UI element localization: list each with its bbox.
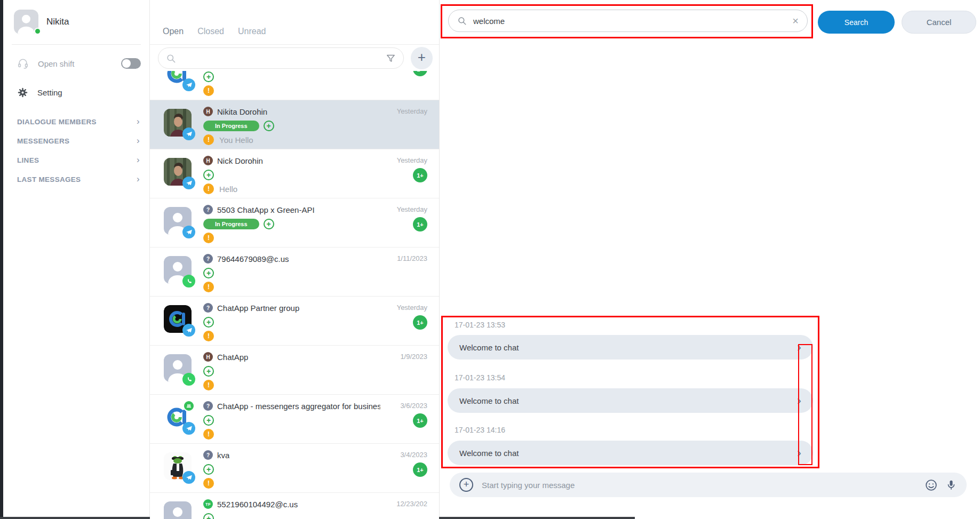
sidebar-item-lines[interactable]: LINES ›: [3, 150, 149, 170]
unread-badge: 1+: [413, 315, 427, 330]
chat-item-meta: 3/6/2023 1+: [380, 400, 427, 443]
chat-avatar: [164, 354, 192, 382]
telegram-badge-icon: [182, 422, 195, 435]
chat-list-item[interactable]: H Nick Dorohin + ! Hello Yesterday 1+: [150, 149, 439, 198]
chat-list-item[interactable]: ? 79644679089@c.us + ! 1/11/2023: [150, 247, 439, 297]
assign-plus-icon[interactable]: +: [203, 415, 214, 426]
assign-plus-icon[interactable]: +: [203, 317, 214, 328]
chat-list-item[interactable]: ? 5503 ChatApp x Green-API In Progress +…: [150, 198, 439, 247]
composer-placeholder: Start typing your message: [482, 481, 575, 490]
chat-avatar: [164, 256, 192, 284]
result-timestamp: 17-01-23 14:16: [455, 426, 505, 434]
clear-search-icon[interactable]: ×: [792, 15, 799, 26]
chat-item-body: TF 5521960104492@c.us +: [203, 498, 380, 519]
chat-name: 5503 ChatApp x Green-API: [217, 205, 315, 214]
warning-icon: !: [203, 233, 214, 243]
tab-closed[interactable]: Closed: [197, 27, 224, 36]
message-search-input[interactable]: welcome ×: [448, 10, 808, 32]
online-status-dot: [34, 28, 41, 35]
sidebar-item-last-messages[interactable]: LAST MESSAGES ›: [3, 170, 149, 189]
assign-plus-icon[interactable]: +: [203, 170, 214, 180]
chat-avatar: [164, 403, 192, 431]
unread-badge: 1+: [413, 217, 427, 231]
microphone-icon[interactable]: [945, 479, 957, 491]
chat-list-item[interactable]: ? ChatApp - messengers aggregator for bu…: [150, 395, 439, 444]
attach-plus-icon[interactable]: +: [459, 478, 473, 492]
chat-name: Nikita Dorohin: [217, 107, 267, 116]
channel-letter-badge: ?: [203, 205, 213, 214]
chat-list-item[interactable]: TF 5521960104492@c.us + 12/23/202: [150, 493, 439, 519]
warning-icon: !: [203, 429, 214, 440]
chat-date: 1/11/2023: [380, 254, 427, 262]
emoji-icon[interactable]: [925, 478, 938, 492]
chevron-right-icon: ›: [137, 155, 140, 165]
tab-open[interactable]: Open: [163, 27, 184, 36]
filter-icon[interactable]: [386, 53, 396, 63]
sidebar-menu-item-label: MESSENGERS: [17, 137, 69, 145]
setting-row[interactable]: Setting: [3, 87, 149, 98]
chevron-right-icon: ›: [137, 116, 140, 127]
chat-name: kva: [217, 451, 229, 460]
chat-item-body: ? kva + !: [203, 449, 380, 492]
result-timestamp: 17-01-23 13:54: [455, 373, 505, 382]
chat-search-input[interactable]: [158, 47, 404, 69]
open-result-chevron-icon[interactable]: ›: [797, 394, 801, 407]
placeholder-avatar: [164, 501, 192, 519]
chevron-right-icon: ›: [137, 135, 140, 146]
chat-tabs: OpenClosedUnread: [150, 0, 439, 45]
assign-plus-icon[interactable]: +: [203, 71, 214, 82]
warning-icon: !: [203, 331, 214, 341]
telegram-badge-icon: [182, 226, 195, 238]
chat-list-item[interactable]: ? kva + ! 3/4/2023 1+: [150, 444, 439, 493]
telegram-badge-icon: [182, 177, 195, 189]
add-chat-button[interactable]: +: [411, 47, 433, 69]
assign-plus-icon[interactable]: +: [264, 121, 274, 131]
assign-plus-icon[interactable]: +: [203, 513, 214, 519]
open-result-chevron-icon[interactable]: ›: [797, 341, 801, 354]
search-icon: [457, 16, 467, 26]
chat-item-meta: 1/11/2023: [380, 253, 427, 296]
assign-plus-icon[interactable]: +: [264, 219, 274, 229]
setting-label: Setting: [37, 88, 62, 97]
channel-letter-badge: TF: [203, 499, 213, 509]
assign-plus-icon[interactable]: +: [203, 464, 214, 475]
chat-date: Yesterday: [380, 156, 427, 164]
open-shift-row: Open shift: [3, 58, 149, 69]
telegram-badge-icon: [182, 324, 195, 337]
user-profile[interactable]: Nikita: [3, 0, 149, 34]
chat-item-meta: Yesterday 1+: [380, 302, 427, 345]
telegram-badge-icon: [182, 471, 195, 484]
chat-list-item[interactable]: H ChatApp + ! 1/9/2023: [150, 346, 439, 395]
channel-letter-badge: ?: [203, 303, 213, 313]
user-name: Nikita: [46, 17, 69, 27]
telegram-badge-icon: [182, 78, 195, 91]
tab-unread[interactable]: Unread: [238, 27, 266, 36]
search-result-row[interactable]: Welcome to chat ›: [448, 441, 813, 465]
chat-date: 1/9/2023: [380, 353, 427, 361]
search-result-row[interactable]: Welcome to chat ›: [448, 388, 813, 413]
chat-item-meta: Yesterday 1+: [380, 155, 427, 198]
assign-plus-icon[interactable]: +: [203, 366, 214, 377]
open-shift-toggle[interactable]: [121, 58, 141, 69]
sidebar-item-dialogue-members[interactable]: DIALOGUE MEMBERS ›: [3, 112, 149, 131]
search-button[interactable]: Search: [818, 11, 895, 34]
channel-letter-badge: ?: [203, 254, 213, 264]
chat-avatar: [164, 305, 192, 333]
chevron-right-icon: ›: [137, 174, 140, 185]
chat-date: 3/4/2023: [380, 451, 427, 459]
chat-date: Yesterday: [380, 304, 427, 312]
open-result-chevron-icon[interactable]: ›: [797, 446, 801, 459]
search-result-row[interactable]: Welcome to chat ›: [448, 335, 813, 360]
cancel-button[interactable]: Cancel: [902, 11, 976, 34]
sidebar: Nikita Open shift: [3, 0, 150, 519]
assign-plus-icon[interactable]: +: [203, 268, 214, 278]
message-composer[interactable]: + Start typing your message: [450, 473, 967, 497]
sidebar-item-messengers[interactable]: MESSENGERS ›: [3, 131, 149, 150]
sidebar-menu-item-label: LINES: [17, 156, 39, 164]
result-message-text: Welcome to chat: [459, 343, 519, 352]
channel-letter-badge: ?: [203, 401, 213, 411]
chat-list-item[interactable]: ? ChatApp Partner group + ! Yesterday 1+: [150, 297, 439, 346]
sidebar-menu: DIALOGUE MEMBERS › MESSENGERS › LINES › …: [3, 112, 149, 189]
channel-letter-badge: H: [203, 156, 213, 165]
chat-list-item[interactable]: H Nikita Dorohin In Progress + ! You Hel…: [150, 100, 439, 149]
